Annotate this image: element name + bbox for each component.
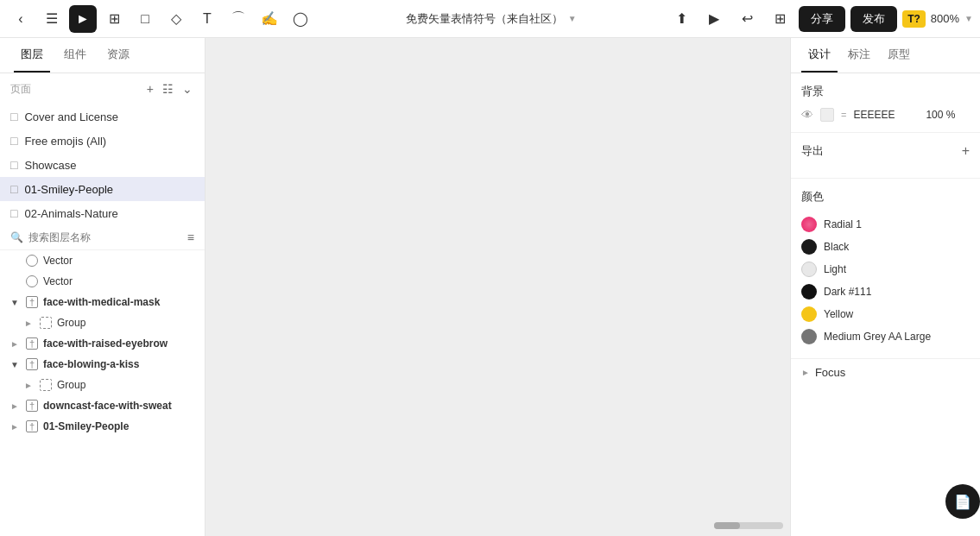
search-input[interactable] <box>28 231 182 243</box>
color-name-radial1: Radial 1 <box>824 218 862 230</box>
user-badge: T? <box>902 10 926 28</box>
page-item-animals-nature[interactable]: □ 02-Animals-Nature <box>0 201 205 225</box>
page-item-label: 02-Animals-Nature <box>24 207 117 220</box>
canvas-scrollbar-horizontal[interactable] <box>714 522 783 529</box>
layer-name: face-blowing-a-kiss <box>43 358 139 370</box>
layer-item-face-eyebrow[interactable]: ► † face-with-raised-eyebrow <box>0 333 205 354</box>
expand-icon[interactable]: ► <box>10 422 21 432</box>
layer-item-vector1[interactable]: Vector <box>0 250 205 271</box>
export-section: 导出 + <box>791 133 980 179</box>
color-row-yellow[interactable]: Yellow <box>801 303 970 325</box>
group-icon2 <box>40 379 52 391</box>
color-row-light[interactable]: Light <box>801 258 970 281</box>
page-icon: □ <box>10 134 17 148</box>
color-row-radial1[interactable]: Radial 1 <box>801 213 970 236</box>
background-section: 背景 👁 = <box>791 73 980 133</box>
more-options-button[interactable]: ⊞ <box>766 5 793 33</box>
menu-button[interactable]: ☰ <box>38 5 66 33</box>
expand-icon[interactable]: ► <box>10 401 21 411</box>
page-item-cover[interactable]: □ Cover and License <box>0 104 205 129</box>
layer-item-group1[interactable]: ► Group <box>0 312 205 333</box>
color-swatch-medium-grey <box>801 329 817 344</box>
node-tool[interactable]: ⌒ <box>224 5 252 33</box>
page-list-button[interactable]: ☷ <box>161 80 175 98</box>
back-button[interactable]: ‹ <box>7 5 35 33</box>
publish-button[interactable]: 发布 <box>850 6 897 32</box>
select-tool[interactable]: ► <box>69 5 97 33</box>
filter-icon[interactable]: ≡ <box>187 230 194 244</box>
toolbar: ‹ ☰ ► ⊞ □ ◇ T ⌒ ✍ ◯ 免费矢量表情符号（来自社区） ▼ ⬆ ▶… <box>0 0 980 38</box>
focus-section[interactable]: ► Focus <box>791 359 980 386</box>
page-collapse-button[interactable]: ⌄ <box>180 80 194 98</box>
floating-action-button[interactable]: 📄 <box>945 484 980 519</box>
color-name-dark111: Dark #111 <box>824 286 871 298</box>
layer-item-face-sweat[interactable]: ► † downcast-face-with-sweat <box>0 395 205 416</box>
toolbar-right: ⬆ ▶ ↩ ⊞ 分享 发布 T? 800% ▼ <box>667 5 973 33</box>
add-page-button[interactable]: + <box>145 80 155 98</box>
play-button[interactable]: ▶ <box>700 5 728 33</box>
layer-item-01-smiley[interactable]: ► † 01-Smiley-People <box>0 416 205 437</box>
right-tabs: 设计 标注 原型 <box>791 38 980 73</box>
upload-button[interactable]: ⬆ <box>667 5 695 33</box>
share-button[interactable]: 分享 <box>799 6 845 32</box>
color-name-light: Light <box>824 263 846 275</box>
pages-label: 页面 <box>10 82 31 97</box>
page-item-showcase[interactable]: □ Showcase <box>0 153 205 177</box>
export-section-header: 导出 + <box>801 143 970 159</box>
tab-assets[interactable]: 资源 <box>100 38 136 73</box>
bg-color-swatch[interactable] <box>820 108 834 122</box>
focus-expand-icon: ► <box>801 368 810 377</box>
page-item-smiley-people[interactable]: □ 01-Smiley-People <box>0 177 205 201</box>
text-tool[interactable]: T <box>193 5 221 33</box>
color-row-dark111[interactable]: Dark #111 <box>801 281 970 303</box>
layer-name: face-with-medical-mask <box>43 296 160 308</box>
visibility-icon[interactable]: 👁 <box>801 108 813 122</box>
expand-icon[interactable]: ► <box>10 339 21 349</box>
add-export-button[interactable]: + <box>962 143 970 159</box>
pen-tool[interactable]: ◇ <box>162 5 190 33</box>
expand-icon-open2[interactable]: ▼ <box>10 360 21 369</box>
bg-hex-input[interactable] <box>853 109 914 121</box>
vector-icon <box>26 255 38 267</box>
crop-tool[interactable]: ⊞ <box>100 5 128 33</box>
document-title: 免费矢量表情符号（来自社区） <box>406 11 563 27</box>
page-item-label: 01-Smiley-People <box>24 183 113 196</box>
comment-tool[interactable]: ◯ <box>287 5 314 33</box>
frame-icon: † <box>26 296 38 308</box>
layer-item-vector2[interactable]: Vector <box>0 271 205 292</box>
zoom-dropdown-icon[interactable]: ▼ <box>964 14 973 23</box>
frame-icon2: † <box>26 337 38 350</box>
expand-icon[interactable]: ► <box>24 318 35 328</box>
color-row-medium-grey[interactable]: Medium Grey AA Large <box>801 325 970 348</box>
canvas-area[interactable] <box>205 38 790 536</box>
tab-layers[interactable]: 图层 <box>14 38 50 73</box>
pages-actions: + ☷ ⌄ <box>145 80 194 98</box>
title-dropdown-icon[interactable]: ▼ <box>568 14 577 23</box>
layer-name: Vector <box>43 275 73 287</box>
tab-prototype[interactable]: 原型 <box>881 38 917 73</box>
expand-icon[interactable]: ► <box>24 381 35 390</box>
page-item-free-emojis[interactable]: □ Free emojis (All) <box>0 129 205 153</box>
tab-annotate[interactable]: 标注 <box>841 38 877 73</box>
hand-tool[interactable]: ✍ <box>256 5 283 33</box>
background-row: 👁 = <box>801 108 970 122</box>
zoom-level: 800% <box>931 12 959 25</box>
tab-components[interactable]: 组件 <box>57 38 93 73</box>
preview-button[interactable]: ↩ <box>733 5 761 33</box>
bg-opacity-input[interactable] <box>920 109 955 121</box>
right-sidebar: 设计 标注 原型 背景 👁 = 导出 + <box>790 38 980 536</box>
pages-header: 页面 + ☷ ⌄ <box>0 73 205 104</box>
tab-design[interactable]: 设计 <box>801 38 838 73</box>
layer-item-group2[interactable]: ► Group <box>0 375 205 395</box>
color-row-black[interactable]: Black <box>801 236 970 258</box>
left-sidebar: 图层 组件 资源 页面 + ☷ ⌄ □ Cover and License □ … <box>0 38 205 536</box>
layer-item-face-mask[interactable]: ▼ † face-with-medical-mask <box>0 292 205 312</box>
rect-tool[interactable]: □ <box>131 5 159 33</box>
color-name-medium-grey: Medium Grey AA Large <box>824 331 931 343</box>
frame-icon4: † <box>26 400 38 412</box>
vector-icon2 <box>26 275 38 287</box>
layer-item-face-kiss[interactable]: ▼ † face-blowing-a-kiss <box>0 354 205 375</box>
frame-icon3: † <box>26 358 38 370</box>
layer-name: 01-Smiley-People <box>43 420 129 432</box>
expand-icon-open[interactable]: ▼ <box>10 298 21 307</box>
